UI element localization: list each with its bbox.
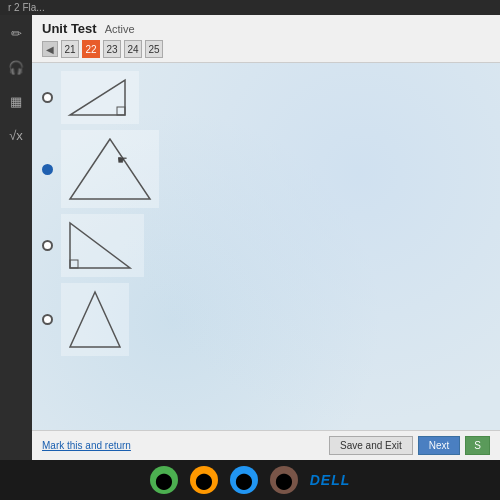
mark-link[interactable]: Mark this and return [42,440,131,451]
taskbar-icon-3[interactable]: ⬤ [230,466,258,494]
sqrt-icon[interactable]: √x [6,125,26,145]
calculator-icon[interactable]: ▦ [6,91,26,111]
header: Unit Test Active ◀ 21 22 23 24 25 [32,15,500,63]
taskbar-icon-2[interactable]: ⬤ [190,466,218,494]
sidebar: ✏ 🎧 ▦ √x [0,15,32,460]
svg-rect-5 [70,260,78,268]
svg-marker-6 [70,292,120,347]
triangle-c [61,214,144,277]
content-area: Unit Test Active ◀ 21 22 23 24 25 [32,15,500,460]
triangle-b: ☛ [61,130,159,208]
svg-marker-2 [70,139,150,199]
option-a[interactable] [42,71,490,124]
radio-a[interactable] [42,92,53,103]
quiz-body: ☛ [32,63,500,430]
page-21[interactable]: 21 [61,40,79,58]
skip-button[interactable]: S [465,436,490,455]
dell-brand: DELL [310,472,351,488]
option-c[interactable] [42,214,490,277]
active-badge: Active [105,23,135,35]
unit-test-title: Unit Test [42,21,97,36]
save-exit-button[interactable]: Save and Exit [329,436,413,455]
page-22-active[interactable]: 22 [82,40,100,58]
svg-marker-4 [70,223,130,268]
pencil-icon[interactable]: ✏ [6,23,26,43]
top-bar-label: r 2 Fla... [8,2,45,13]
main-area: ✏ 🎧 ▦ √x Unit Test Active ◀ 21 22 23 24 … [0,15,500,460]
footer-buttons: Save and Exit Next S [329,436,490,455]
svg-rect-1 [117,107,125,115]
option-d[interactable] [42,283,490,356]
radio-b[interactable] [42,164,53,175]
taskbar: ⬤ ⬤ ⬤ ⬤ DELL [0,460,500,500]
top-bar: r 2 Fla... [0,0,500,15]
pagination: ◀ 21 22 23 24 25 [42,40,490,58]
radio-d[interactable] [42,314,53,325]
next-button[interactable]: Next [418,436,461,455]
page-23[interactable]: 23 [103,40,121,58]
option-b[interactable]: ☛ [42,130,490,208]
prev-page-button[interactable]: ◀ [42,41,58,57]
radio-c[interactable] [42,240,53,251]
triangle-d [61,283,129,356]
taskbar-icon-4[interactable]: ⬤ [270,466,298,494]
header-title-row: Unit Test Active [42,21,490,36]
svg-text:☛: ☛ [117,153,128,167]
headphones-icon[interactable]: 🎧 [6,57,26,77]
page-25[interactable]: 25 [145,40,163,58]
chrome-icon[interactable]: ⬤ [150,466,178,494]
page-24[interactable]: 24 [124,40,142,58]
footer-bar: Mark this and return Save and Exit Next … [32,430,500,460]
triangle-a [61,71,139,124]
